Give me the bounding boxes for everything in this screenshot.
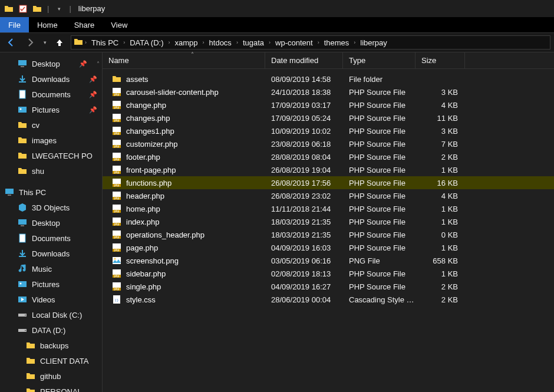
file-name-cell: home.php <box>103 204 265 213</box>
sidebar-item-label: images <box>32 136 57 145</box>
file-name-cell: header.php <box>103 191 265 200</box>
sidebar-item-downloads2[interactable]: Downloads <box>0 246 102 261</box>
file-row[interactable]: change.php17/09/2019 03:17PHP Source Fil… <box>103 98 554 111</box>
file-type: PHP Source File <box>343 243 416 252</box>
recent-dropdown[interactable]: ▾ <box>41 35 48 50</box>
menubar: File Home Share View <box>0 17 554 32</box>
file-row[interactable]: carousel-slider-content.php24/10/2018 18… <box>103 85 554 98</box>
file-row[interactable]: customizer.php23/08/2019 06:18PHP Source… <box>103 137 554 150</box>
file-type: PHP Source File <box>343 192 416 200</box>
forward-button[interactable] <box>22 35 38 50</box>
sidebar-item-desktop[interactable]: Desktop 📌 ˄ <box>0 56 102 71</box>
file-row[interactable]: changes.php17/09/2019 05:24PHP Source Fi… <box>103 111 554 124</box>
file-row[interactable]: operations_header.php18/03/2019 21:35PHP… <box>103 228 554 241</box>
chevron-right-icon[interactable]: › <box>202 39 205 45</box>
file-row[interactable]: screenshot.png03/05/2019 06:16PNG File65… <box>103 254 554 267</box>
file-row[interactable]: sidebar.php02/08/2019 18:13PHP Source Fi… <box>103 267 554 280</box>
file-type: PHP Source File <box>343 282 416 291</box>
sidebar-item-pictures2[interactable]: Pictures <box>0 276 102 292</box>
file-row[interactable]: header.php26/08/2019 23:02PHP Source Fil… <box>103 189 554 202</box>
sidebar-item-images[interactable]: images <box>0 133 102 148</box>
crumb-tugata[interactable]: tugata <box>240 38 267 47</box>
chevron-right-icon[interactable]: › <box>236 39 239 45</box>
crumb-datad[interactable]: DATA (D:) <box>127 38 166 47</box>
file-row[interactable]: assets08/09/2019 14:58File folder <box>103 73 554 85</box>
address-bar[interactable]: › This PC › DATA (D:) › xampp › htdocs ›… <box>71 35 550 50</box>
file-row[interactable]: style.css28/06/2019 00:04Cascading Style… <box>103 293 554 306</box>
sidebar-item-github[interactable]: github <box>0 368 102 384</box>
folder-icon <box>4 4 14 14</box>
sidebar-item-3dobjects[interactable]: 3D Objects <box>0 200 102 215</box>
menu-home[interactable]: Home <box>29 17 66 32</box>
sidebar-item-label: Documents <box>32 90 71 99</box>
sidebar-item-documents[interactable]: Documents 📌 <box>0 87 102 102</box>
up-button[interactable] <box>52 35 67 50</box>
qat-newfolder-icon[interactable] <box>32 4 42 14</box>
column-header-type[interactable]: Type <box>343 52 416 68</box>
crumb-xampp[interactable]: xampp <box>172 38 201 47</box>
pin-icon: 📌 <box>79 60 87 68</box>
menu-file[interactable]: File <box>0 17 29 32</box>
crumb-themes[interactable]: themes <box>321 38 352 47</box>
file-row[interactable]: front-page.php26/08/2019 19:04PHP Source… <box>103 163 554 176</box>
sidebar-item-cv[interactable]: cv <box>0 117 102 133</box>
file-type: PHP Source File <box>343 230 416 239</box>
sidebar-item-personal[interactable]: PERSONAL <box>0 384 102 392</box>
sidebar-item-videos[interactable]: Videos <box>0 292 102 307</box>
qat-properties-icon[interactable] <box>18 4 28 14</box>
chevron-right-icon[interactable]: › <box>168 39 171 45</box>
file-row[interactable]: page.php04/09/2019 16:03PHP Source File1… <box>103 241 554 254</box>
sidebar-item-clientdata[interactable]: CLIENT DATA <box>0 353 102 368</box>
file-size: 7 KB <box>416 140 465 149</box>
crumb-wpcontent[interactable]: wp-content <box>272 38 316 47</box>
chevron-right-icon[interactable]: › <box>123 39 126 45</box>
chevron-right-icon[interactable]: › <box>353 39 356 45</box>
file-name-cell: carousel-slider-content.php <box>103 87 265 97</box>
folder-icon <box>18 120 27 130</box>
sidebar-item-downloads[interactable]: Downloads 📌 <box>0 71 102 87</box>
column-header-spacer <box>465 52 554 68</box>
column-header-name[interactable]: Name <box>103 52 265 68</box>
chevron-right-icon[interactable]: › <box>268 39 271 45</box>
sidebar-item-desktop2[interactable]: Desktop <box>0 215 102 230</box>
downloads-icon <box>18 249 27 258</box>
file-row[interactable]: changes1.php10/09/2019 10:02PHP Source F… <box>103 124 554 137</box>
file-pane: Name Date modified Type Size ˄ assets08/… <box>103 52 554 392</box>
crumb-thispc[interactable]: This PC <box>88 38 121 47</box>
sidebar-item-localc[interactable]: Local Disk (C:) <box>0 307 102 322</box>
crumb-htdocs[interactable]: htdocs <box>206 38 235 47</box>
file-row[interactable]: functions.php26/08/2019 17:56PHP Source … <box>103 176 554 189</box>
chevron-right-icon[interactable]: › <box>317 39 320 45</box>
sidebar-item-documents2[interactable]: Documents <box>0 230 102 246</box>
column-header-date[interactable]: Date modified <box>265 52 343 68</box>
sidebar-item-music[interactable]: Music <box>0 261 102 276</box>
file-row[interactable]: single.php04/09/2019 16:27PHP Source Fil… <box>103 280 554 293</box>
sidebar-item-label: Downloads <box>32 75 70 84</box>
sidebar-item-lwegatech[interactable]: LWEGATECH PO <box>0 148 102 163</box>
crumb-liberpay[interactable]: liberpay <box>357 38 390 47</box>
sidebar-item-thispc[interactable]: This PC <box>0 185 102 200</box>
file-date: 11/11/2018 21:44 <box>265 205 343 213</box>
sidebar-item-pictures[interactable]: Pictures 📌 <box>0 102 102 117</box>
folder-icon <box>112 74 121 84</box>
file-date: 04/09/2019 16:03 <box>265 243 343 252</box>
chevron-right-icon[interactable]: › <box>84 39 87 45</box>
file-row[interactable]: footer.php28/08/2019 08:04PHP Source Fil… <box>103 150 554 163</box>
column-header-size[interactable]: Size <box>416 52 465 68</box>
sidebar-item-datad[interactable]: DATA (D:) <box>0 322 102 338</box>
file-row[interactable]: home.php11/11/2018 21:44PHP Source File1… <box>103 202 554 215</box>
file-list[interactable]: assets08/09/2019 14:58File foldercarouse… <box>103 69 554 392</box>
sidebar-item-label: PERSONAL <box>40 387 82 393</box>
file-size: 16 KB <box>416 179 465 187</box>
qat-dropdown-icon[interactable]: ▾ <box>54 4 64 14</box>
menu-share[interactable]: Share <box>66 17 103 32</box>
file-row[interactable]: index.php18/03/2019 21:35PHP Source File… <box>103 215 554 228</box>
file-size: 1 KB <box>416 205 465 213</box>
file-type: PHP Source File <box>343 218 416 226</box>
file-size: 4 KB <box>416 101 465 110</box>
back-button[interactable] <box>4 35 19 50</box>
sidebar[interactable]: Desktop 📌 ˄ Downloads 📌 Documents 📌 Pict… <box>0 52 103 392</box>
sidebar-item-backups[interactable]: backups <box>0 338 102 353</box>
menu-view[interactable]: View <box>103 17 136 32</box>
sidebar-item-shu[interactable]: shu <box>0 163 102 179</box>
